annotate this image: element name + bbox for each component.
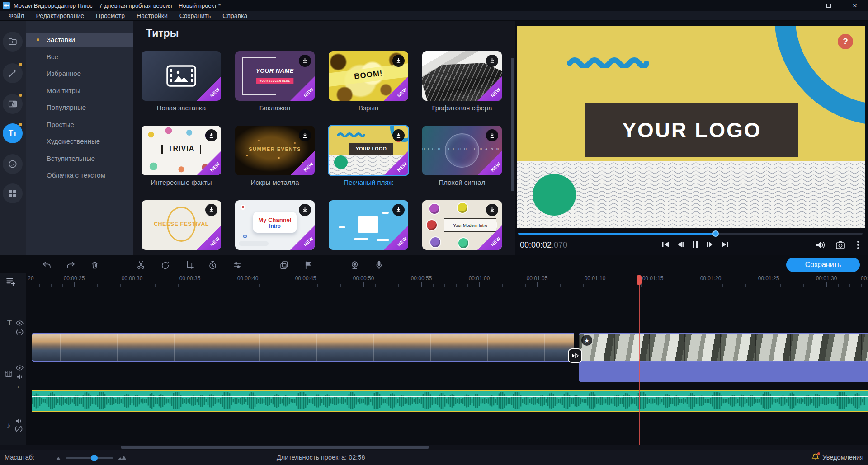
video-track-volume-icon[interactable] xyxy=(14,372,24,381)
seek-bar[interactable] xyxy=(518,233,863,235)
skip-to-end-button[interactable] xyxy=(720,239,731,250)
download-icon[interactable] xyxy=(299,204,311,216)
category-item-zastavki[interactable]: Заставки xyxy=(26,33,133,47)
download-icon[interactable] xyxy=(392,55,405,67)
download-icon[interactable] xyxy=(486,204,498,216)
title-track-type-icon[interactable]: T xyxy=(5,319,14,328)
snapshot-camera-icon[interactable] xyxy=(835,239,846,251)
template-card-Графитовая сфера[interactable]: NEWГрафитовая сфера xyxy=(422,51,502,120)
audio-track-type-icon[interactable]: ♪ xyxy=(4,421,14,430)
zoom-label: Масштаб: xyxy=(5,454,34,461)
webcam-icon[interactable] xyxy=(349,259,360,271)
template-card-modern[interactable]: Your Modern IntroNEW xyxy=(422,200,502,255)
menu-item-сохранить[interactable]: Сохранить xyxy=(174,11,217,21)
timeline-ruler[interactable]: 2000:00:2500:00:3000:00:3500:00:4000:00:… xyxy=(0,273,868,287)
title-track-visibility-icon[interactable] xyxy=(14,319,24,328)
download-icon[interactable] xyxy=(205,204,217,216)
zoom-out-icon[interactable] xyxy=(56,457,61,460)
menu-item-просмотр[interactable]: Просмотр xyxy=(90,11,131,21)
timeline-scrollbar-thumb[interactable] xyxy=(121,446,429,449)
clip-properties-icon[interactable] xyxy=(231,259,243,271)
download-icon[interactable] xyxy=(486,55,498,67)
menu-item-настройки[interactable]: Настройки xyxy=(131,11,174,21)
menu-item-редактирование[interactable]: Редактирование xyxy=(30,11,90,21)
category-item-7[interactable]: Вступительные xyxy=(26,151,133,165)
minimize-button[interactable]: – xyxy=(789,0,816,11)
undo-icon[interactable] xyxy=(41,259,52,271)
template-card-channel[interactable]: My ChannelIntroNEW xyxy=(235,200,315,255)
save-button[interactable]: Сохранить xyxy=(786,258,860,272)
menu-item-справка[interactable]: Справка xyxy=(217,11,253,21)
preview-more-menu[interactable] xyxy=(854,240,862,250)
transition-icon[interactable] xyxy=(568,348,582,363)
more-tools-icon[interactable] xyxy=(3,183,23,203)
audio-track-clip[interactable] xyxy=(32,390,868,412)
template-card-Плохой сигнал[interactable]: H I G H T E C H C H A N N E LNEWПлохой с… xyxy=(422,126,502,194)
audio-track-volume-icon[interactable] xyxy=(14,416,24,425)
video-clip-1[interactable] xyxy=(32,333,574,362)
redo-icon[interactable] xyxy=(65,259,76,271)
transitions-icon[interactable] xyxy=(3,94,23,114)
overlay-icon[interactable] xyxy=(278,259,290,271)
cut-icon[interactable] xyxy=(135,259,146,271)
category-item-1[interactable]: Все xyxy=(26,50,133,64)
template-thumbnail: NEW xyxy=(329,200,408,250)
video-clip-2[interactable] xyxy=(579,333,868,362)
video-track-visibility-icon[interactable] xyxy=(14,363,24,372)
template-card-Песчаный пляж[interactable]: YOUR LOGONEWПесчаный пляж xyxy=(329,126,408,194)
download-icon[interactable] xyxy=(392,129,405,141)
previous-frame-button[interactable] xyxy=(675,239,686,250)
template-card-Интересные факты[interactable]: TRIVIANEWИнтересные факты xyxy=(142,126,221,194)
close-button[interactable]: ✕ xyxy=(842,0,868,11)
notifications-button[interactable]: Уведомления xyxy=(811,453,863,461)
video-clip-2-linked-audio[interactable] xyxy=(579,362,868,382)
zoom-in-icon[interactable] xyxy=(118,455,127,460)
template-card-Искры металла[interactable]: SUMMER EVENTSNEWИскры металла xyxy=(235,126,315,194)
menu-item-файл[interactable]: Файл xyxy=(3,11,30,21)
skip-to-start-button[interactable] xyxy=(660,239,671,250)
rotate-icon[interactable] xyxy=(159,259,171,271)
stickers-icon[interactable] xyxy=(3,154,23,174)
clip-duration-icon[interactable] xyxy=(207,259,218,271)
media-import-icon[interactable] xyxy=(3,32,23,52)
pause-button[interactable] xyxy=(690,239,701,250)
template-card-Баклажан[interactable]: YOUR NAMEYOUR SLOGAN HERENEWБаклажан xyxy=(235,51,315,120)
download-icon[interactable] xyxy=(486,129,498,141)
delete-icon[interactable] xyxy=(89,259,100,271)
template-card-blueshapes[interactable]: NEW xyxy=(329,200,408,255)
timeline-zoom-slider[interactable] xyxy=(66,457,113,459)
video-track-type-icon[interactable] xyxy=(4,369,14,378)
download-icon[interactable] xyxy=(205,129,217,141)
template-card-Новая заставка[interactable]: NEWНовая заставка xyxy=(142,51,221,120)
download-icon[interactable] xyxy=(299,55,311,67)
timeline-zoom-thumb[interactable] xyxy=(91,455,98,461)
marker-flag-icon[interactable] xyxy=(302,259,314,271)
video-track-arrow-icon[interactable]: ← xyxy=(14,381,24,390)
maximize-button[interactable] xyxy=(816,0,842,11)
next-frame-button[interactable] xyxy=(705,239,716,250)
category-item-3[interactable]: Мои титры xyxy=(26,84,133,98)
playhead-handle[interactable] xyxy=(637,275,642,285)
category-item-2[interactable]: Избранное xyxy=(26,66,133,80)
download-icon[interactable] xyxy=(299,129,311,141)
volume-icon[interactable] xyxy=(815,239,826,251)
crop-icon[interactable] xyxy=(184,259,195,271)
help-button[interactable]: ? xyxy=(838,34,853,49)
audio-track-unlink-icon[interactable] xyxy=(14,424,24,433)
microphone-icon[interactable] xyxy=(373,259,385,271)
category-item-4[interactable]: Популярные xyxy=(26,100,133,114)
template-card-Взрыв[interactable]: BOOM!NEWВзрыв xyxy=(329,51,408,120)
seek-bar-thumb[interactable] xyxy=(712,230,719,237)
category-item-5[interactable]: Простые xyxy=(26,117,133,132)
template-card-cheese[interactable]: CHEESE FESTIVALNEW xyxy=(142,200,221,255)
ruler-label: 00:01:05 xyxy=(527,275,548,282)
category-label: Простые xyxy=(47,121,74,128)
add-track-icon[interactable] xyxy=(5,276,16,287)
download-icon[interactable] xyxy=(392,204,405,216)
templates-scrollbar[interactable] xyxy=(511,58,514,191)
category-item-8[interactable]: Облачка с текстом xyxy=(26,168,133,182)
titles-icon[interactable]: Тт xyxy=(3,123,23,143)
filters-icon[interactable] xyxy=(3,63,23,83)
category-item-6[interactable]: Художественные xyxy=(26,134,133,148)
title-track-link-icon[interactable] xyxy=(14,328,24,337)
